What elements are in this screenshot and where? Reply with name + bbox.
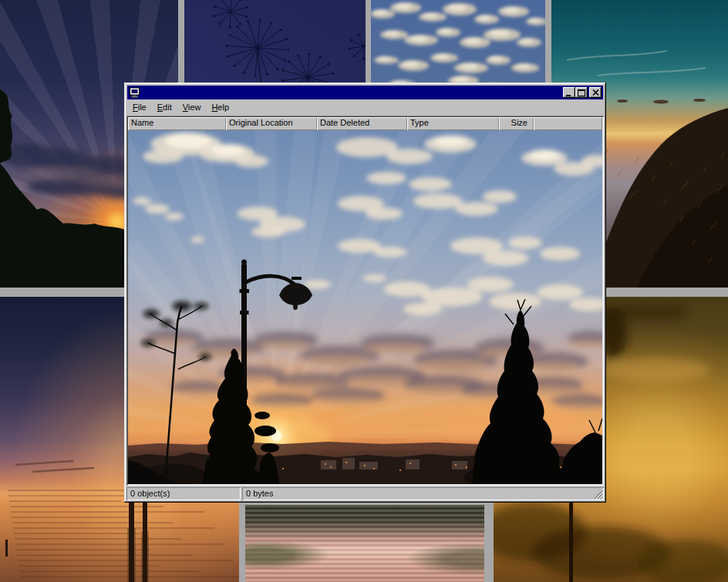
maximize-icon — [578, 89, 585, 96]
column-header-original-location[interactable]: Original Location — [226, 117, 317, 130]
resize-grip[interactable] — [593, 489, 603, 500]
recycle-bin-window: FileEditViewHelp NameOriginal LocationDa… — [124, 82, 606, 503]
window-titlebar[interactable] — [127, 86, 603, 99]
column-header-size[interactable]: Size — [499, 117, 534, 130]
close-icon — [592, 89, 599, 96]
column-header-name[interactable]: Name — [128, 117, 226, 130]
titlebar-buttons — [563, 87, 602, 98]
sunset-lamp-photo — [128, 130, 602, 484]
menu-view[interactable]: View — [177, 101, 207, 114]
list-background-photo — [128, 130, 602, 484]
minimize-icon — [566, 95, 571, 96]
menu-help[interactable]: Help — [206, 101, 234, 114]
close-button[interactable] — [589, 87, 602, 98]
status-object-count: 0 object(s) — [126, 487, 241, 500]
column-header-date-deleted[interactable]: Date Deleted — [317, 117, 407, 130]
menu-bar: FileEditViewHelp — [126, 99, 604, 116]
file-list-view[interactable]: NameOriginal LocationDate DeletedTypeSiz… — [126, 116, 604, 486]
wallpaper-photo-water-reflections — [245, 505, 484, 582]
maximize-button[interactable] — [575, 87, 588, 98]
column-header-blank[interactable] — [534, 117, 602, 130]
menu-edit[interactable]: Edit — [152, 101, 177, 114]
minimize-button[interactable] — [563, 87, 575, 98]
column-header-type[interactable]: Type — [407, 117, 499, 130]
status-byte-count: 0 bytes — [242, 487, 604, 500]
menu-file[interactable]: File — [127, 101, 152, 114]
status-bar: 0 object(s) 0 bytes — [126, 487, 604, 500]
desktop: FileEditViewHelp NameOriginal LocationDa… — [0, 0, 728, 582]
column-header-row: NameOriginal LocationDate DeletedTypeSiz… — [128, 117, 602, 130]
computer-icon — [129, 87, 141, 98]
